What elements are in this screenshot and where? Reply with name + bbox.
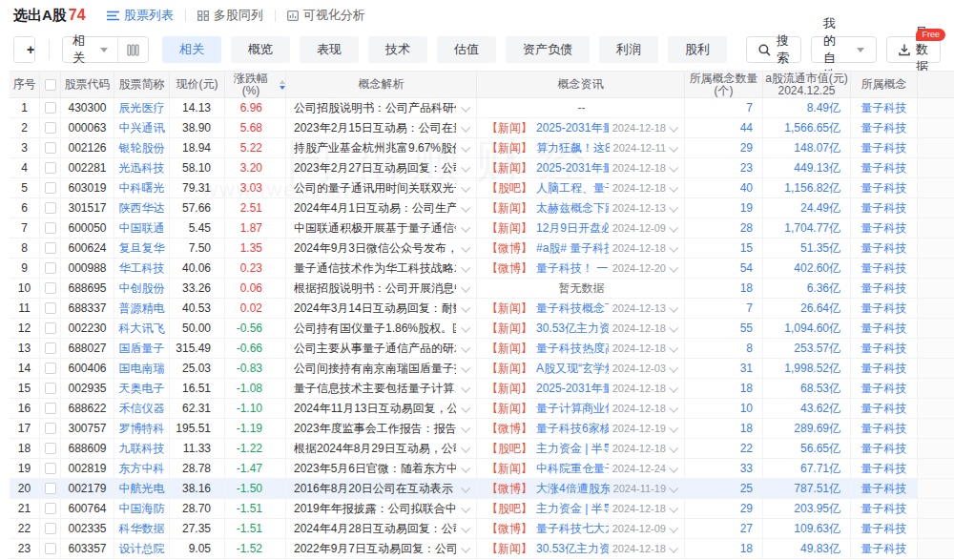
chevron-down-icon[interactable] <box>669 463 678 472</box>
concept-count-link[interactable]: 15 <box>685 239 763 258</box>
concept-tag-link[interactable]: 量子科技 <box>851 499 918 518</box>
row-checkbox[interactable] <box>40 419 61 438</box>
concept-tag-link[interactable]: 量子科技 <box>851 218 918 238</box>
stock-name-link[interactable]: 中航光电 <box>114 479 170 498</box>
tab-估值[interactable]: 估值 <box>437 36 496 63</box>
stock-name-link[interactable]: 中科曙光 <box>114 178 170 197</box>
concept-tag-link[interactable]: 量子科技 <box>851 519 918 538</box>
table-row[interactable]: 9 000988 华工科技 40.06 0.23 量子通信技术作为华工科技战略发… <box>10 259 954 279</box>
market-cap-value[interactable]: 1,094.60亿 <box>763 319 851 338</box>
row-checkbox[interactable] <box>40 519 61 538</box>
news-title-link[interactable]: A股又现“玄学炒股”，市... <box>536 361 609 377</box>
concept-tag-link[interactable]: 量子科技 <box>851 399 918 418</box>
concept-tag-link[interactable]: 量子科技 <box>851 98 918 117</box>
chevron-down-icon[interactable] <box>461 443 470 452</box>
market-cap-value[interactable]: 402.60亿 <box>763 259 851 278</box>
tab-表现[interactable]: 表现 <box>300 36 359 63</box>
stock-name-link[interactable]: 国盾量子 <box>114 339 170 358</box>
market-cap-value[interactable]: 203.95亿 <box>763 499 851 518</box>
chevron-down-icon[interactable] <box>461 222 470 232</box>
chevron-down-icon[interactable] <box>669 483 678 492</box>
table-row[interactable]: 6 301517 陕西华达 57.66 2.51 2024年4月1日互动易：公司… <box>10 198 954 218</box>
chevron-down-icon[interactable] <box>461 302 470 312</box>
chevron-down-icon[interactable] <box>461 282 470 292</box>
market-cap-value[interactable]: 51.35亿 <box>763 239 851 258</box>
chevron-down-icon[interactable] <box>669 383 678 392</box>
stock-name-link[interactable]: 中国联通 <box>114 218 170 238</box>
concept-count-link[interactable]: 55 <box>685 319 763 338</box>
row-checkbox[interactable] <box>40 339 61 358</box>
stock-name-link[interactable]: 普源精电 <box>114 299 170 318</box>
chevron-down-icon[interactable] <box>461 423 470 432</box>
concept-count-link[interactable]: 8 <box>685 339 763 358</box>
chevron-down-icon[interactable] <box>461 242 470 252</box>
tab-概览[interactable]: 概览 <box>231 36 290 63</box>
chevron-down-icon[interactable] <box>669 162 678 172</box>
news-title-link[interactable]: 量子科技概念下跌3.09%... <box>536 301 609 317</box>
market-cap-value[interactable]: 24.49亿 <box>763 198 851 218</box>
table-row[interactable]: 22 002335 科华数据 27.35 -1.51 2024年4月28日互动易… <box>10 519 954 539</box>
concept-count-link[interactable]: 23 <box>685 158 763 177</box>
row-checkbox[interactable] <box>40 178 61 197</box>
table-row[interactable]: 4 002281 光迅科技 58.10 3.20 2023年2月27日互动易回复… <box>10 158 954 178</box>
col-change-sortable[interactable]: 涨跌幅(%) <box>225 72 286 97</box>
chevron-down-icon[interactable] <box>669 322 678 332</box>
market-cap-value[interactable]: 148.07亿 <box>763 138 851 157</box>
market-cap-value[interactable]: 49.83亿 <box>763 539 851 558</box>
stock-name-link[interactable]: 禾信仪器 <box>114 399 170 418</box>
stock-name-link[interactable]: 天奥电子 <box>114 379 170 398</box>
chevron-down-icon[interactable] <box>461 162 470 172</box>
view-visual-analysis[interactable]: 可视化分析 <box>287 7 365 24</box>
concept-count-link[interactable]: 7 <box>685 98 763 117</box>
market-cap-value[interactable]: 289.69亿 <box>763 419 851 438</box>
tab-资产负债[interactable]: 资产负债 <box>506 36 590 63</box>
news-title-link[interactable]: 量子科技热度高涨 格尔... <box>536 341 609 357</box>
concept-count-link[interactable]: 22 <box>685 439 763 458</box>
stock-name-link[interactable]: 中创股份 <box>114 279 170 298</box>
chevron-down-icon[interactable] <box>461 342 470 352</box>
concept-count-link[interactable]: 18 <box>685 279 763 298</box>
row-checkbox[interactable] <box>40 118 61 137</box>
table-row[interactable]: 3 002126 银轮股份 18.94 5.22 持股产业基金杭州兆富9.67%… <box>10 138 954 158</box>
news-title-link[interactable]: 太赫兹概念下跌3.19%，... <box>536 200 609 217</box>
concept-tag-link[interactable]: 量子科技 <box>851 138 918 157</box>
news-title-link[interactable]: #a股# 量子科技 1板：复... <box>536 240 609 257</box>
news-title-link[interactable]: 30.53亿主力资金净流入... <box>536 321 609 337</box>
news-title-link[interactable]: 人脑工程、量子科技等概... <box>536 180 609 197</box>
table-row[interactable]: 7 600050 中国联通 5.45 1.87 中国联通积极开展基于量子通信领域… <box>10 218 954 239</box>
stock-name-link[interactable]: 银轮股份 <box>114 138 170 157</box>
row-checkbox[interactable] <box>40 539 61 558</box>
concept-tag-link[interactable]: 量子科技 <box>851 118 918 137</box>
market-cap-value[interactable]: 787.51亿 <box>763 479 851 498</box>
news-title-link[interactable]: 2025-2031年量子计算行... <box>536 381 609 397</box>
concept-tag-link[interactable]: 量子科技 <box>851 198 918 218</box>
row-checkbox[interactable] <box>40 379 61 398</box>
stock-name-link[interactable]: 中国海防 <box>114 499 170 518</box>
row-checkbox[interactable] <box>40 459 61 478</box>
view-multi-stock[interactable]: 多股同列 <box>197 7 263 24</box>
table-row[interactable]: 13 688027 国盾量子 315.49 -0.66 公司主要从事量子通信产品… <box>10 339 954 359</box>
my-watchlist-select[interactable]: 我的自选 <box>811 36 877 63</box>
sort-icon[interactable] <box>280 80 285 90</box>
news-title-link[interactable]: 主力资金 | 半导体大消息... <box>536 501 609 517</box>
concept-count-link[interactable]: 18 <box>685 379 763 398</box>
news-title-link[interactable]: 12月9日开盘必读资讯 <box>536 220 609 237</box>
row-checkbox[interactable] <box>40 499 61 518</box>
chevron-down-icon[interactable] <box>669 342 678 352</box>
table-row[interactable]: 8 600624 复旦复华 7.50 1.35 2024年9月3日微信公众号发布… <box>10 239 954 259</box>
chevron-down-icon[interactable] <box>669 403 678 412</box>
stock-name-link[interactable]: 设计总院 <box>114 539 170 558</box>
concept-count-link[interactable]: 27 <box>685 519 763 538</box>
concept-tag-link[interactable]: 量子科技 <box>851 339 918 358</box>
concept-tag-link[interactable]: 量子科技 <box>851 178 918 197</box>
market-cap-value[interactable]: 1,998.52亿 <box>763 359 851 378</box>
chevron-down-icon[interactable] <box>669 242 678 252</box>
news-title-link[interactable]: 量子科技！ 一、科大国... <box>536 260 609 277</box>
table-row[interactable]: 19 002819 东方中科 28.78 -1.47 2023年5月6日官微：随… <box>10 459 954 479</box>
news-title-link[interactable]: 量子科技七大龙头概念股... <box>536 521 609 537</box>
row-checkbox[interactable] <box>40 479 61 498</box>
market-cap-value[interactable]: 6.36亿 <box>763 279 851 298</box>
market-cap-value[interactable]: 43.62亿 <box>763 399 851 418</box>
table-row[interactable]: 2 000063 中兴通讯 38.90 5.68 2023年2月15日互动易：公… <box>10 118 954 138</box>
news-title-link[interactable]: 2025-2031年量子计算行... <box>536 160 609 176</box>
